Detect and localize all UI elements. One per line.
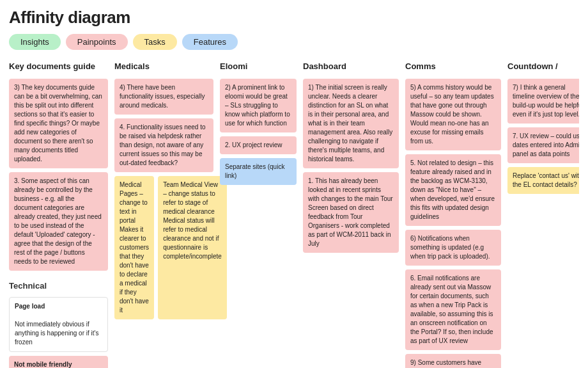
column-key-documents: Key documents guide 3) The key documents…	[9, 61, 108, 368]
column-dashboard: Dashboard 1) The initial screen is reall…	[303, 61, 399, 253]
col-header-dashboard: Dashboard	[303, 61, 399, 71]
card: 2. UX project review	[220, 136, 297, 154]
card: 3) The key documents guide can be a bit …	[9, 79, 108, 168]
column-countdown: Countdown / 7) I think a general timelin…	[507, 61, 579, 194]
column-comms: Comms 5) A comms history would be useful…	[405, 61, 501, 368]
card: 5. Not related to design – this feature …	[405, 154, 501, 226]
col-header-key-documents: Key documents guide	[9, 61, 108, 71]
filter-features-button[interactable]: Features	[182, 34, 238, 50]
card: 7. UX review – could use dates entered i…	[507, 127, 579, 163]
filter-tasks-button[interactable]: Tasks	[133, 34, 177, 50]
filter-painpoints-button[interactable]: Painpoints	[66, 34, 128, 50]
card: 7) I think a general timeline overview o…	[507, 79, 579, 124]
medicals-two-col: Medical Pages – change to text in portal…	[114, 176, 213, 319]
board: Key documents guide 3) The key documents…	[9, 61, 579, 368]
card: 1. This has already been looked at in re…	[303, 172, 399, 253]
filter-insights-button[interactable]: Insights	[9, 34, 61, 50]
card: 4) There have been functionality issues,…	[114, 79, 213, 115]
card: 2) A prominent link to eloomi would be g…	[220, 79, 297, 132]
col-header-countdown: Countdown /	[507, 61, 579, 71]
column-eloomi: Eloomi 2) A prominent link to eloomi wou…	[220, 61, 297, 185]
card: Page loadNot immediately obvious if anyt…	[9, 297, 108, 352]
card: Replace 'contact us' with the EL contact…	[507, 167, 579, 194]
col-header-eloomi: Eloomi	[220, 61, 297, 71]
card: Not mobile friendly• Menu takes up all t…	[9, 356, 108, 368]
card: 9) Some customers have requested the 'te…	[405, 354, 501, 368]
card: Separate sites (quick link)	[220, 158, 297, 185]
card: Medical Pages – change to text in portal…	[114, 176, 154, 319]
card: 1) The initial screen is really unclear.…	[303, 79, 399, 168]
page-title: Affinity diagram	[9, 8, 579, 28]
card: 6. Email notifications are already sent …	[405, 269, 501, 350]
card: Team Medical View – change status to ref…	[158, 176, 227, 319]
section-label-technical: Technical	[9, 281, 108, 291]
card: 4. Functionality issues need to be raise…	[114, 118, 213, 172]
column-medicals: Medicals 4) There have been functionalit…	[114, 61, 213, 319]
card: 6) Notifications when something is updat…	[405, 230, 501, 266]
card: 5) A comms history would be useful – so …	[405, 79, 501, 150]
col-header-comms: Comms	[405, 61, 501, 71]
card: 3. Some aspect of this can already be co…	[9, 172, 108, 271]
filter-bar: Insights Painpoints Tasks Features	[9, 34, 579, 50]
col-header-medicals: Medicals	[114, 61, 213, 71]
